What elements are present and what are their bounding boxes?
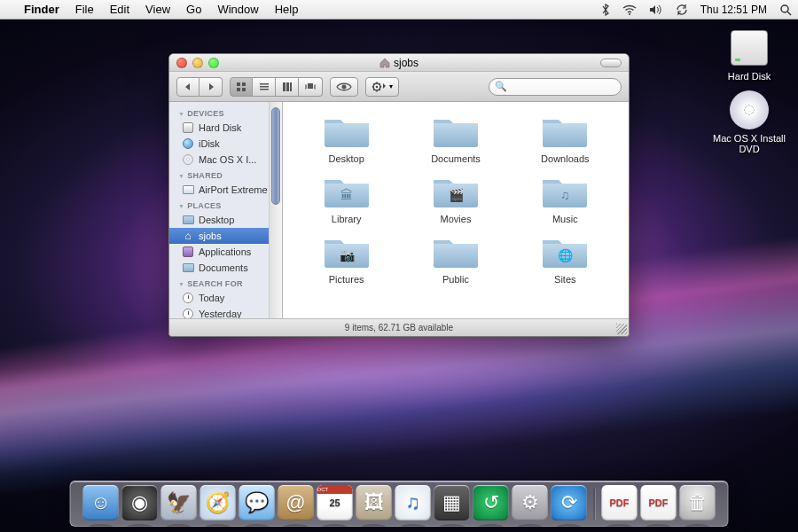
- sidebar-section-places[interactable]: PLACES: [169, 198, 282, 212]
- view-list-button[interactable]: [253, 77, 276, 97]
- sidebar-section-search for[interactable]: SEARCH FOR: [169, 276, 282, 290]
- status-text: 9 items, 62.71 GB available: [345, 323, 453, 332]
- dock-safari[interactable]: 🧭: [200, 485, 236, 520]
- spotlight-icon[interactable]: [773, 4, 798, 16]
- sidebar-item-airport-extreme[interactable]: AirPort Extreme: [169, 182, 282, 198]
- dock-trash[interactable]: 🗑: [680, 485, 716, 520]
- sidebar-item-sjobs[interactable]: ⌂sjobs: [169, 228, 282, 244]
- sidebar-item-idisk[interactable]: iDisk: [169, 136, 282, 152]
- folder-downloads[interactable]: Downloads: [512, 111, 618, 164]
- sidebar-scroll-thumb[interactable]: [271, 107, 280, 205]
- dock-spaces[interactable]: ▦: [434, 485, 470, 520]
- dock-document-pdf-2[interactable]: PDF: [641, 485, 677, 520]
- folder-library[interactable]: 🏛Library: [293, 171, 399, 224]
- minimize-button[interactable]: [192, 58, 203, 68]
- dock-sync[interactable]: ⟳: [552, 485, 587, 520]
- zoom-button[interactable]: [208, 58, 219, 68]
- sidebar-item-documents[interactable]: Documents: [169, 260, 282, 276]
- sidebar-item-hard-disk[interactable]: Hard Disk: [169, 120, 282, 136]
- menubar-item-help[interactable]: Help: [267, 3, 307, 16]
- sidebar-item-mac-os-x-i-[interactable]: Mac OS X I...⏏: [169, 152, 282, 168]
- clock-icon: [182, 308, 194, 318]
- svg-rect-11: [286, 82, 289, 91]
- sidebar-item-yesterday[interactable]: Yesterday: [169, 306, 282, 318]
- dock-separator: [594, 489, 595, 520]
- view-icon-button[interactable]: [230, 77, 253, 97]
- menubar-item-window[interactable]: Window: [209, 3, 266, 16]
- view-coverflow-button[interactable]: [299, 77, 323, 97]
- menubar-item-view[interactable]: View: [137, 3, 178, 16]
- resize-grip[interactable]: [616, 324, 627, 334]
- svg-rect-3: [237, 82, 240, 86]
- menubar-app[interactable]: Finder: [16, 3, 67, 16]
- folder-desktop[interactable]: Desktop: [293, 111, 399, 164]
- folder-sites[interactable]: 🌐Sites: [512, 231, 618, 285]
- desktop-icon-hard-disk[interactable]: Hard Disk: [709, 27, 789, 82]
- window-titlebar[interactable]: sjobs: [169, 54, 629, 72]
- menubar-item-file[interactable]: File: [67, 3, 102, 16]
- toolbar-toggle-button[interactable]: [600, 59, 622, 67]
- dock-dashboard[interactable]: ◉: [122, 485, 158, 520]
- sync-icon[interactable]: [669, 4, 694, 16]
- desktop-icon-mac-os-x-install-dvd[interactable]: Mac OS X Install DVD: [709, 89, 789, 154]
- sidebar-item-desktop[interactable]: Desktop: [169, 212, 282, 228]
- folder-public[interactable]: Public: [403, 231, 508, 285]
- sidebar-item-today[interactable]: Today: [169, 290, 282, 306]
- sidebar-item-label: AirPort Extreme: [199, 184, 268, 195]
- svg-text:🌐: 🌐: [558, 248, 574, 263]
- desktop-icon-label: Mac OS X Install DVD: [709, 133, 789, 154]
- dock-system-preferences[interactable]: ⚙: [512, 485, 548, 520]
- menubar-item-edit[interactable]: Edit: [102, 3, 137, 16]
- folder-label: Sites: [554, 274, 575, 285]
- menubar-item-go[interactable]: Go: [178, 3, 209, 16]
- search-input[interactable]: [511, 82, 615, 92]
- folder-icon: 🎬: [431, 171, 481, 210]
- forward-button[interactable]: [200, 77, 223, 97]
- menubar-clock[interactable]: Thu 12:51 PM: [694, 4, 773, 16]
- action-button[interactable]: ▾: [365, 77, 399, 97]
- folder-pictures[interactable]: 📷Pictures: [293, 231, 399, 285]
- dock-finder[interactable]: ☺: [83, 485, 119, 520]
- svg-text:🏛: 🏛: [340, 188, 353, 202]
- dock-time-machine[interactable]: ↺: [473, 485, 509, 520]
- menubar: Finder FileEditViewGoWindowHelp Thu 12:5…: [0, 0, 798, 20]
- svg-point-16: [376, 85, 378, 87]
- wifi-icon[interactable]: [616, 4, 643, 15]
- view-column-button[interactable]: [276, 77, 299, 97]
- dock-address-book[interactable]: @: [278, 485, 314, 520]
- dock-ichat[interactable]: 💬: [239, 485, 275, 520]
- svg-text:🎬: 🎬: [448, 188, 464, 203]
- volume-icon[interactable]: [643, 4, 669, 15]
- close-button[interactable]: [176, 58, 187, 68]
- dock-document-pdf-1[interactable]: PDF: [602, 485, 638, 520]
- dock-preview[interactable]: 🖼: [356, 485, 392, 520]
- sidebar-section-devices[interactable]: DEVICES: [169, 106, 282, 120]
- view-buttons: [230, 77, 323, 97]
- window-title: sjobs: [394, 57, 419, 69]
- sidebar-section-shared[interactable]: SHARED: [169, 168, 282, 182]
- folder-music[interactable]: ♫Music: [512, 171, 618, 224]
- folder-label: Music: [552, 214, 578, 224]
- quicklook-button[interactable]: [330, 77, 358, 97]
- sidebar-item-applications[interactable]: Applications: [169, 244, 282, 260]
- svg-point-14: [342, 84, 347, 89]
- svg-rect-6: [242, 88, 246, 91]
- folder-label: Library: [332, 214, 362, 224]
- dock-ical[interactable]: OCT25: [317, 485, 353, 520]
- folder-icon: [431, 231, 481, 270]
- finder-window: sjobs: [168, 53, 630, 337]
- folder-icon: [431, 111, 481, 150]
- svg-rect-7: [260, 83, 269, 85]
- folder-movies[interactable]: 🎬Movies: [403, 171, 508, 224]
- svg-rect-8: [260, 86, 269, 88]
- folder-label: Pictures: [329, 274, 364, 285]
- svg-text:📷: 📷: [339, 248, 355, 263]
- back-button[interactable]: [176, 77, 200, 97]
- dock-mail[interactable]: 🦅: [161, 485, 197, 520]
- folder-documents[interactable]: Documents: [403, 111, 508, 164]
- svg-rect-13: [308, 83, 313, 89]
- dock-itunes[interactable]: ♫: [395, 485, 431, 520]
- sidebar-scrollbar[interactable]: [269, 102, 282, 318]
- folder-label: Documents: [431, 153, 481, 164]
- bluetooth-icon[interactable]: [595, 4, 616, 16]
